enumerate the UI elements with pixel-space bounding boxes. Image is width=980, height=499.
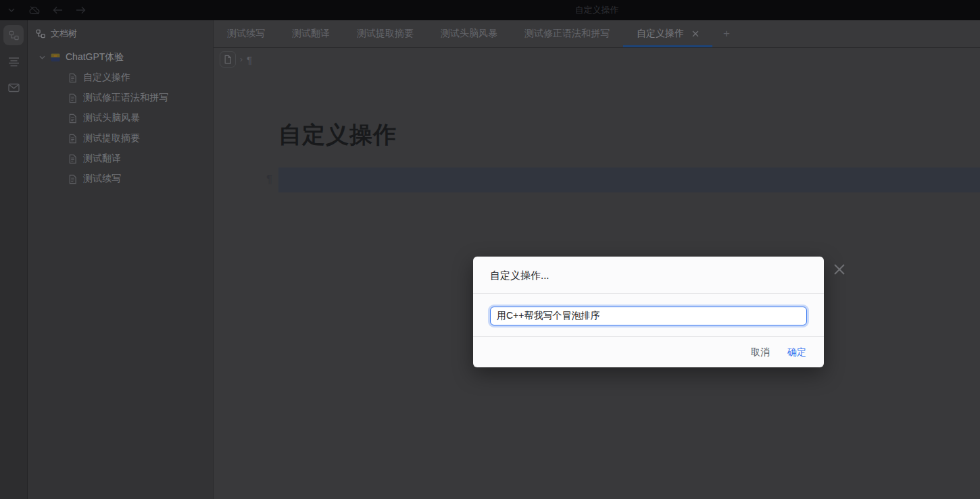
document-name: 测试提取摘要: [83, 132, 140, 145]
tab-label: 自定义操作: [637, 28, 684, 40]
tab-close-icon[interactable]: [692, 30, 699, 37]
forward-arrow-icon[interactable]: [73, 3, 88, 18]
document-file-icon: [68, 174, 77, 184]
confirm-button[interactable]: 确定: [787, 346, 806, 359]
dock-strip: [0, 20, 28, 499]
custom-action-dialog: 自定义操作... 取消 确定: [473, 257, 824, 367]
outline-icon: [8, 57, 20, 67]
selected-paragraph-block[interactable]: ¶: [278, 167, 980, 192]
breadcrumb-document-button[interactable]: [220, 51, 236, 68]
tab-label: 测试续写: [227, 28, 265, 40]
close-icon[interactable]: [832, 262, 847, 277]
notebook-name: ChatGPT体验: [66, 51, 124, 63]
file-tree-header[interactable]: 文档树: [28, 20, 213, 47]
file-tree-icon: [36, 29, 45, 38]
dialog-title: 自定义操作...: [473, 257, 824, 294]
document-tree-item[interactable]: 自定义操作: [28, 68, 213, 88]
editor-tab[interactable]: 测试提取摘要: [343, 20, 427, 47]
editor-tab[interactable]: 测试修正语法和拼写: [511, 20, 623, 47]
document-file-icon: [68, 134, 77, 144]
file-tree-panel: 文档树 ChatGPT体验 自定义操作 测试修正语法和拼写 测试头脑风暴: [28, 20, 214, 499]
document-name: 自定义操作: [83, 72, 130, 84]
editor-tab[interactable]: 测试翻译: [278, 20, 343, 47]
chevron-down-icon[interactable]: [39, 55, 45, 59]
custom-action-input[interactable]: [490, 307, 807, 325]
breadcrumb-paragraph-item[interactable]: ¶: [247, 54, 252, 65]
document-list: 自定义操作 测试修正语法和拼写 测试头脑风暴 测试提取摘要 测试翻译 测试续写: [28, 68, 213, 189]
paragraph-marker: ¶: [266, 173, 272, 186]
chevron-down-icon[interactable]: [4, 3, 19, 18]
document-name: 测试修正语法和拼写: [83, 92, 168, 104]
tab-label: 测试提取摘要: [357, 28, 414, 40]
breadcrumb-separator: ›: [240, 55, 243, 64]
notebook-row[interactable]: ChatGPT体验: [28, 47, 213, 68]
back-arrow-icon[interactable]: [50, 3, 65, 18]
tab-bar: 测试续写 测试翻译 测试提取摘要 测试头脑风暴 测试修正语法和拼写 自定义操作 …: [214, 20, 980, 48]
tab-label: 测试翻译: [292, 28, 330, 40]
editor-tab[interactable]: 测试头脑风暴: [427, 20, 511, 47]
dock-item-outline[interactable]: [3, 51, 24, 72]
inbox-mail-icon: [8, 83, 20, 93]
document-file-icon: [68, 73, 77, 83]
document-file-icon: [68, 93, 77, 103]
document-file-icon: [68, 154, 77, 164]
document-tree-item[interactable]: 测试头脑风暴: [28, 108, 213, 128]
document-tree-item[interactable]: 测试翻译: [28, 149, 213, 169]
document-content: 自定义操作 ¶: [214, 71, 980, 192]
document-title[interactable]: 自定义操作: [278, 120, 980, 151]
dock-item-file-tree[interactable]: [3, 25, 24, 45]
document-tree-item[interactable]: 测试修正语法和拼写: [28, 88, 213, 108]
breadcrumb: › ¶: [214, 48, 980, 71]
tab-label: 测试修正语法和拼写: [524, 28, 610, 40]
window-title: 自定义操作: [214, 0, 980, 20]
dialog-footer: 取消 确定: [473, 336, 824, 367]
new-tab-button[interactable]: +: [712, 20, 741, 47]
document-name: 测试翻译: [83, 153, 121, 165]
cancel-button[interactable]: 取消: [751, 346, 770, 359]
document-tree-item[interactable]: 测试提取摘要: [28, 128, 213, 149]
document-tree-item[interactable]: 测试续写: [28, 169, 213, 189]
document-name: 测试头脑风暴: [83, 112, 140, 124]
editor-tab[interactable]: 测试续写: [214, 20, 278, 47]
document-name: 测试续写: [83, 173, 121, 185]
editor-tab[interactable]: 自定义操作: [623, 20, 712, 47]
file-tree-icon: [9, 30, 19, 41]
document-icon: [224, 55, 232, 64]
window-titlebar: 自定义操作: [0, 0, 980, 20]
tab-label: 测试头脑风暴: [441, 28, 497, 40]
notebook-box-icon: [50, 52, 61, 63]
dock-item-inbox[interactable]: [3, 78, 24, 98]
document-file-icon: [68, 113, 77, 124]
cloud-off-icon[interactable]: [27, 3, 42, 18]
file-tree-header-label: 文档树: [51, 28, 77, 40]
